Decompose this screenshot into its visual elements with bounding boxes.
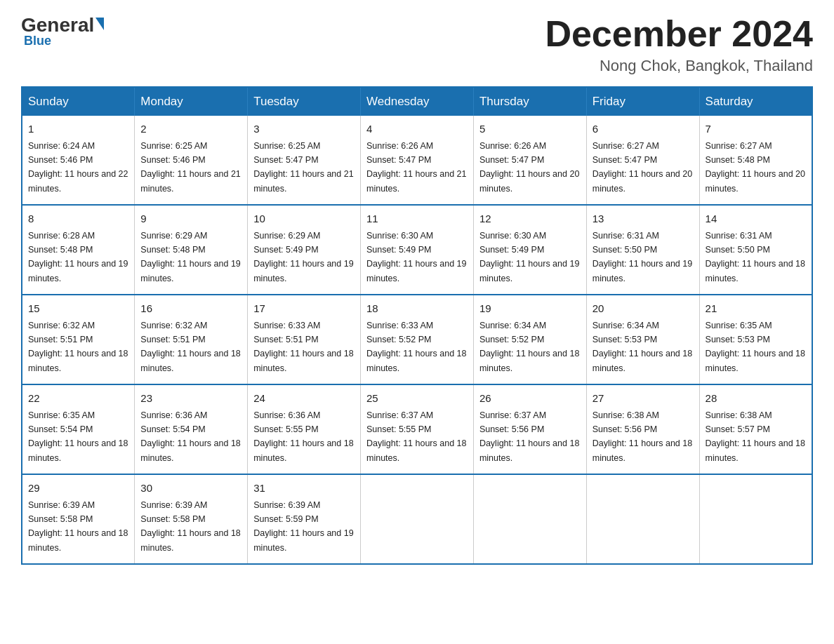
day-info: Sunrise: 6:30 AMSunset: 5:49 PMDaylight:… — [479, 231, 579, 283]
calendar-cell: 27Sunrise: 6:38 AMSunset: 5:56 PMDayligh… — [586, 384, 699, 474]
day-info: Sunrise: 6:32 AMSunset: 5:51 PMDaylight:… — [140, 321, 240, 373]
day-info: Sunrise: 6:29 AMSunset: 5:49 PMDaylight:… — [253, 231, 353, 283]
day-info: Sunrise: 6:39 AMSunset: 5:58 PMDaylight:… — [140, 500, 240, 553]
day-number: 11 — [366, 211, 468, 227]
day-info: Sunrise: 6:34 AMSunset: 5:53 PMDaylight:… — [593, 321, 692, 373]
calendar-cell — [361, 474, 474, 564]
calendar-cell: 22Sunrise: 6:35 AMSunset: 5:54 PMDayligh… — [22, 384, 135, 474]
calendar-cell: 23Sunrise: 6:36 AMSunset: 5:54 PMDayligh… — [135, 384, 248, 474]
logo: General Blue — [21, 14, 104, 48]
calendar-cell: 19Sunrise: 6:34 AMSunset: 5:52 PMDayligh… — [473, 295, 586, 384]
calendar-cell: 9Sunrise: 6:29 AMSunset: 5:48 PMDaylight… — [135, 205, 248, 295]
day-info: Sunrise: 6:37 AMSunset: 5:56 PMDaylight:… — [479, 410, 579, 463]
month-title: December 2024 — [545, 14, 813, 54]
calendar-cell: 26Sunrise: 6:37 AMSunset: 5:56 PMDayligh… — [473, 384, 586, 474]
calendar-cell: 31Sunrise: 6:39 AMSunset: 5:59 PMDayligh… — [248, 474, 361, 564]
day-info: Sunrise: 6:26 AMSunset: 5:47 PMDaylight:… — [366, 141, 466, 194]
calendar-week-row: 29Sunrise: 6:39 AMSunset: 5:58 PMDayligh… — [22, 474, 812, 564]
day-number: 5 — [479, 121, 581, 137]
calendar-cell: 16Sunrise: 6:32 AMSunset: 5:51 PMDayligh… — [135, 295, 248, 384]
day-info: Sunrise: 6:38 AMSunset: 5:57 PMDaylight:… — [706, 410, 805, 463]
header-monday: Monday — [135, 87, 248, 116]
header-sunday: Sunday — [22, 87, 135, 116]
day-info: Sunrise: 6:39 AMSunset: 5:58 PMDaylight:… — [28, 500, 128, 553]
day-number: 27 — [593, 391, 694, 407]
calendar-cell: 8Sunrise: 6:28 AMSunset: 5:48 PMDaylight… — [22, 205, 135, 295]
day-info: Sunrise: 6:36 AMSunset: 5:54 PMDaylight:… — [140, 410, 240, 463]
day-info: Sunrise: 6:31 AMSunset: 5:50 PMDaylight:… — [593, 231, 692, 283]
calendar-cell: 17Sunrise: 6:33 AMSunset: 5:51 PMDayligh… — [248, 295, 361, 384]
calendar-cell: 5Sunrise: 6:26 AMSunset: 5:47 PMDaylight… — [473, 116, 586, 205]
calendar-cell: 28Sunrise: 6:38 AMSunset: 5:57 PMDayligh… — [699, 384, 812, 474]
day-number: 8 — [28, 211, 128, 227]
day-number: 12 — [479, 211, 581, 227]
day-info: Sunrise: 6:33 AMSunset: 5:52 PMDaylight:… — [366, 321, 466, 373]
calendar-cell: 18Sunrise: 6:33 AMSunset: 5:52 PMDayligh… — [361, 295, 474, 384]
day-info: Sunrise: 6:33 AMSunset: 5:51 PMDaylight:… — [253, 321, 353, 373]
location-title: Nong Chok, Bangkok, Thailand — [545, 57, 813, 75]
day-number: 14 — [706, 211, 806, 227]
day-info: Sunrise: 6:29 AMSunset: 5:48 PMDaylight:… — [140, 231, 240, 283]
day-number: 26 — [479, 391, 581, 407]
day-number: 17 — [253, 301, 355, 317]
day-number: 21 — [706, 301, 806, 317]
day-info: Sunrise: 6:39 AMSunset: 5:59 PMDaylight:… — [253, 500, 353, 553]
day-info: Sunrise: 6:38 AMSunset: 5:56 PMDaylight:… — [593, 410, 692, 463]
logo-blue-text: Blue — [24, 34, 51, 48]
day-info: Sunrise: 6:28 AMSunset: 5:48 PMDaylight:… — [28, 231, 128, 283]
header-friday: Friday — [586, 87, 699, 116]
calendar-cell: 29Sunrise: 6:39 AMSunset: 5:58 PMDayligh… — [22, 474, 135, 564]
header-thursday: Thursday — [473, 87, 586, 116]
day-number: 1 — [28, 121, 128, 137]
day-info: Sunrise: 6:27 AMSunset: 5:47 PMDaylight:… — [593, 141, 692, 194]
page-header: General Blue December 2024 Nong Chok, Ba… — [21, 14, 813, 75]
day-number: 20 — [593, 301, 694, 317]
calendar-cell — [699, 474, 812, 564]
day-number: 16 — [140, 301, 241, 317]
day-number: 6 — [593, 121, 694, 137]
day-number: 24 — [253, 391, 355, 407]
calendar-header-row: SundayMondayTuesdayWednesdayThursdayFrid… — [22, 87, 812, 116]
calendar-cell: 30Sunrise: 6:39 AMSunset: 5:58 PMDayligh… — [135, 474, 248, 564]
day-number: 23 — [140, 391, 241, 407]
calendar-cell: 21Sunrise: 6:35 AMSunset: 5:53 PMDayligh… — [699, 295, 812, 384]
day-info: Sunrise: 6:25 AMSunset: 5:46 PMDaylight:… — [140, 141, 240, 194]
day-number: 30 — [140, 481, 241, 497]
calendar-cell: 1Sunrise: 6:24 AMSunset: 5:46 PMDaylight… — [22, 116, 135, 205]
calendar-cell: 25Sunrise: 6:37 AMSunset: 5:55 PMDayligh… — [361, 384, 474, 474]
day-info: Sunrise: 6:27 AMSunset: 5:48 PMDaylight:… — [706, 141, 805, 194]
calendar-cell: 4Sunrise: 6:26 AMSunset: 5:47 PMDaylight… — [361, 116, 474, 205]
calendar-cell: 7Sunrise: 6:27 AMSunset: 5:48 PMDaylight… — [699, 116, 812, 205]
calendar-cell: 6Sunrise: 6:27 AMSunset: 5:47 PMDaylight… — [586, 116, 699, 205]
calendar-cell: 3Sunrise: 6:25 AMSunset: 5:47 PMDaylight… — [248, 116, 361, 205]
day-info: Sunrise: 6:35 AMSunset: 5:54 PMDaylight:… — [28, 410, 128, 463]
day-info: Sunrise: 6:25 AMSunset: 5:47 PMDaylight:… — [253, 141, 353, 194]
day-number: 15 — [28, 301, 128, 317]
logo-triangle-icon — [95, 18, 104, 30]
day-number: 28 — [706, 391, 806, 407]
calendar-cell: 10Sunrise: 6:29 AMSunset: 5:49 PMDayligh… — [248, 205, 361, 295]
calendar-week-row: 15Sunrise: 6:32 AMSunset: 5:51 PMDayligh… — [22, 295, 812, 384]
day-info: Sunrise: 6:32 AMSunset: 5:51 PMDaylight:… — [28, 321, 128, 373]
day-info: Sunrise: 6:35 AMSunset: 5:53 PMDaylight:… — [706, 321, 805, 373]
day-number: 3 — [253, 121, 355, 137]
header-tuesday: Tuesday — [248, 87, 361, 116]
day-number: 13 — [593, 211, 694, 227]
day-info: Sunrise: 6:30 AMSunset: 5:49 PMDaylight:… — [366, 231, 466, 283]
calendar-cell: 15Sunrise: 6:32 AMSunset: 5:51 PMDayligh… — [22, 295, 135, 384]
calendar-week-row: 8Sunrise: 6:28 AMSunset: 5:48 PMDaylight… — [22, 205, 812, 295]
day-number: 10 — [253, 211, 355, 227]
day-info: Sunrise: 6:24 AMSunset: 5:46 PMDaylight:… — [28, 141, 128, 194]
calendar-cell: 12Sunrise: 6:30 AMSunset: 5:49 PMDayligh… — [473, 205, 586, 295]
calendar-cell — [586, 474, 699, 564]
day-number: 31 — [253, 481, 355, 497]
day-info: Sunrise: 6:31 AMSunset: 5:50 PMDaylight:… — [706, 231, 805, 283]
day-number: 2 — [140, 121, 241, 137]
calendar-week-row: 1Sunrise: 6:24 AMSunset: 5:46 PMDaylight… — [22, 116, 812, 205]
calendar-cell: 24Sunrise: 6:36 AMSunset: 5:55 PMDayligh… — [248, 384, 361, 474]
calendar-cell: 2Sunrise: 6:25 AMSunset: 5:46 PMDaylight… — [135, 116, 248, 205]
day-number: 9 — [140, 211, 241, 227]
day-number: 18 — [366, 301, 468, 317]
day-info: Sunrise: 6:36 AMSunset: 5:55 PMDaylight:… — [253, 410, 353, 463]
calendar-week-row: 22Sunrise: 6:35 AMSunset: 5:54 PMDayligh… — [22, 384, 812, 474]
